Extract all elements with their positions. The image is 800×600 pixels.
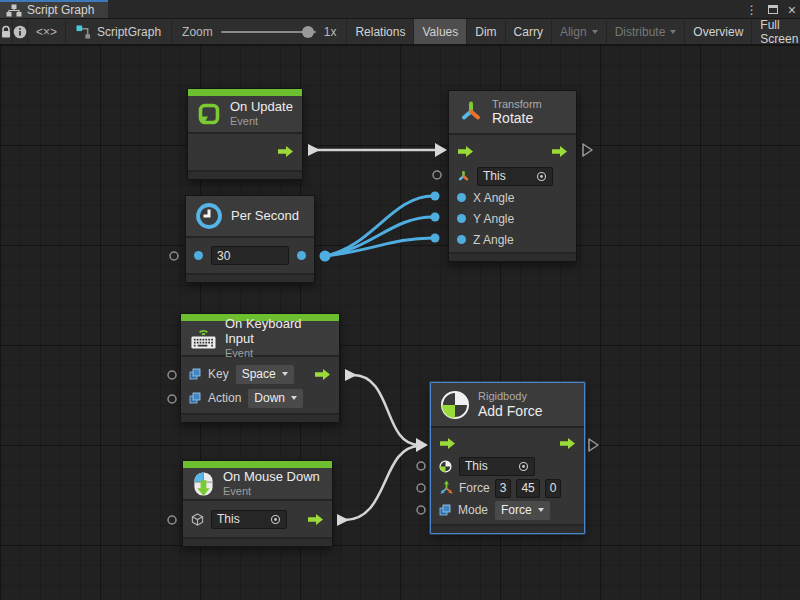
node-header: Per Second xyxy=(186,196,314,238)
graph-breadcrumb[interactable]: ScriptGraph xyxy=(66,19,172,44)
maximize-icon[interactable] xyxy=(768,5,778,14)
action-dropdown[interactable]: Down xyxy=(248,389,303,408)
force-z-field[interactable]: 0 xyxy=(545,479,562,498)
graph-canvas[interactable]: On Update Event xyxy=(0,45,800,600)
target-value: This xyxy=(483,169,506,183)
value-output-port[interactable] xyxy=(297,251,306,260)
mode-row: Mode Force xyxy=(431,499,584,521)
force-x-field[interactable]: 3 xyxy=(495,479,512,498)
toolbar-button-values[interactable]: Values xyxy=(414,19,467,44)
event-color-bar xyxy=(183,461,332,468)
script-graph-icon xyxy=(76,25,91,39)
vector3-icon xyxy=(439,480,454,496)
target-row: This xyxy=(449,165,576,187)
target-row: This xyxy=(431,455,584,477)
node-transform-rotate[interactable]: Transform Rotate xyxy=(448,90,577,262)
force-z-value: 0 xyxy=(550,481,557,495)
value-input-port[interactable] xyxy=(457,193,466,202)
node-footer xyxy=(183,537,332,546)
action-label: Action xyxy=(208,391,241,405)
node-on-update[interactable]: On Update Event xyxy=(187,88,303,180)
node-category: Rigidbody xyxy=(478,390,543,403)
enum-icon xyxy=(439,504,451,516)
flow-input-port[interactable] xyxy=(439,437,456,450)
graph-toolbar: <×> ScriptGraph Zoom 1x Relations Values… xyxy=(0,19,800,45)
node-title: Rotate xyxy=(492,110,542,126)
node-on-keyboard-input[interactable]: On Keyboard Input Event Key Space xyxy=(180,313,340,423)
flow-output-port[interactable] xyxy=(559,437,576,450)
info-button[interactable] xyxy=(13,19,28,44)
tab-title: Script Graph xyxy=(27,3,94,17)
node-title: Per Second xyxy=(231,209,299,224)
key-value: Space xyxy=(242,367,276,381)
flow-output-port[interactable] xyxy=(277,145,294,158)
port-label: X Angle xyxy=(473,191,514,205)
node-header: On Mouse Down Event xyxy=(183,468,332,501)
button-label: Values xyxy=(422,25,458,39)
flow-output-port[interactable] xyxy=(551,145,568,158)
flow-output-port[interactable] xyxy=(314,368,331,381)
toolbar-button-distribute[interactable]: Distribute xyxy=(607,19,686,44)
clock-icon xyxy=(195,202,223,230)
value-input-port[interactable] xyxy=(457,235,466,244)
node-on-mouse-down[interactable]: On Mouse Down Event This xyxy=(182,460,333,547)
script-graph-window: Script Graph ⋮ × <×> xyxy=(0,0,800,600)
target-value: This xyxy=(465,459,488,473)
node-footer xyxy=(431,524,584,533)
rigidbody-icon xyxy=(440,390,470,420)
close-icon[interactable]: × xyxy=(788,3,796,17)
toolbar-button-relations[interactable]: Relations xyxy=(347,19,414,44)
transform-icon xyxy=(457,170,470,183)
button-label: Dim xyxy=(475,25,496,39)
window-menu-icon[interactable]: ⋮ xyxy=(746,3,758,17)
zoom-control: Zoom 1x xyxy=(172,19,347,44)
node-subtitle: Event xyxy=(223,485,320,498)
hierarchy-graph-icon xyxy=(6,4,22,17)
code-preview-toggle[interactable]: <×> xyxy=(28,19,66,44)
object-picker-icon[interactable] xyxy=(518,461,529,472)
keyboard-icon xyxy=(190,327,217,350)
mouse-down-icon xyxy=(192,471,215,497)
target-object-field[interactable]: This xyxy=(211,510,287,529)
node-subtitle: Event xyxy=(225,347,330,360)
value-input-port[interactable] xyxy=(194,251,203,260)
object-picker-icon[interactable] xyxy=(270,514,281,525)
node-category: Transform xyxy=(492,98,542,111)
mode-dropdown[interactable]: Force xyxy=(495,501,550,520)
node-header: On Update Event xyxy=(188,96,302,134)
toolbar-button-carry[interactable]: Carry xyxy=(506,19,552,44)
zoom-slider-handle[interactable] xyxy=(302,26,314,38)
node-add-force[interactable]: Rigidbody Add Force xyxy=(430,382,585,534)
node-footer xyxy=(449,252,576,261)
tab-script-graph[interactable]: Script Graph xyxy=(0,0,108,18)
value-port-row: Y Angle xyxy=(449,208,576,229)
window-controls: ⋮ × xyxy=(746,0,796,19)
node-per-second[interactable]: Per Second 30 xyxy=(185,195,315,283)
value-port-row: X Angle xyxy=(449,187,576,208)
enum-icon xyxy=(189,368,201,380)
gameobject-cube-icon xyxy=(191,513,204,526)
transform-icon xyxy=(458,99,484,125)
toolbar-button-overview[interactable]: Overview xyxy=(685,19,752,44)
target-object-field[interactable]: This xyxy=(459,457,535,476)
toolbar-button-fullscreen[interactable]: Full Screen xyxy=(752,19,800,44)
node-header: Rigidbody Add Force xyxy=(431,383,584,428)
node-subtitle: Event xyxy=(230,115,293,128)
value-input-port[interactable] xyxy=(457,214,466,223)
target-row: This xyxy=(183,505,332,533)
flow-input-port[interactable] xyxy=(457,145,474,158)
code-toggle-label: <×> xyxy=(36,25,57,39)
target-object-field[interactable]: This xyxy=(477,167,553,186)
object-picker-icon[interactable] xyxy=(536,171,547,182)
lock-button[interactable] xyxy=(0,19,13,44)
flow-output-port[interactable] xyxy=(307,513,324,526)
node-title: On Update xyxy=(230,100,293,115)
button-label: Align xyxy=(560,25,587,39)
toolbar-button-dim[interactable]: Dim xyxy=(467,19,505,44)
force-y-field[interactable]: 45 xyxy=(516,479,539,498)
toolbar-button-align[interactable]: Align xyxy=(552,19,607,44)
rate-input-field[interactable]: 30 xyxy=(211,246,289,265)
flow-row xyxy=(188,137,302,167)
zoom-slider[interactable] xyxy=(221,31,316,33)
key-dropdown[interactable]: Space xyxy=(236,365,294,384)
